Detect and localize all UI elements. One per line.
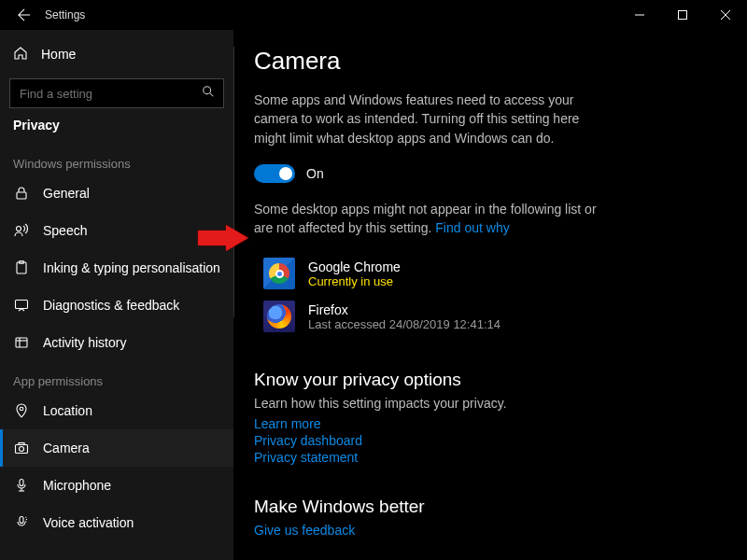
- location-icon: [13, 402, 30, 419]
- app-row-chrome: Google Chrome Currently in use: [263, 252, 719, 295]
- divider: [233, 47, 234, 317]
- microphone-icon: [13, 477, 30, 494]
- desktop-apps-note: Some desktop apps might not appear in th…: [254, 200, 609, 238]
- svg-rect-1: [679, 11, 687, 20]
- desktop-apps-list: Google Chrome Currently in use Firefox L…: [263, 252, 719, 338]
- nav-label: Inking & typing personalisation: [43, 260, 220, 275]
- app-name: Google Chrome: [308, 259, 401, 274]
- page-title: Camera: [254, 47, 719, 76]
- search-wrap: [9, 78, 224, 108]
- svg-rect-4: [17, 192, 26, 199]
- search-input[interactable]: [9, 78, 224, 108]
- learn-more-link[interactable]: Learn more: [254, 416, 719, 431]
- svg-point-5: [17, 227, 21, 231]
- voice-icon: [13, 514, 30, 531]
- section-app-permissions: App permissions: [0, 361, 233, 392]
- app-status: Currently in use: [308, 274, 401, 288]
- titlebar: Settings: [0, 0, 747, 30]
- nav-general[interactable]: General: [0, 175, 233, 212]
- close-button[interactable]: [704, 0, 747, 30]
- activity-icon: [13, 334, 30, 351]
- svg-rect-13: [16, 445, 28, 454]
- svg-line-3: [210, 93, 214, 97]
- feedback-links: Give us feedback: [254, 523, 719, 538]
- svg-point-2: [204, 87, 211, 94]
- nav-label: Speech: [43, 223, 87, 238]
- chrome-icon: [263, 258, 295, 289]
- svg-point-14: [20, 447, 24, 452]
- nav-label: Voice activation: [43, 515, 134, 530]
- svg-rect-15: [19, 443, 24, 445]
- app-name: Firefox: [308, 302, 500, 317]
- privacy-statement-link[interactable]: Privacy statement: [254, 450, 719, 465]
- privacy-dashboard-link[interactable]: Privacy dashboard: [254, 433, 719, 448]
- privacy-options-heading: Know your privacy options: [254, 370, 719, 390]
- camera-toggle[interactable]: [254, 164, 295, 183]
- maximize-button[interactable]: [661, 0, 704, 30]
- privacy-links: Learn more Privacy dashboard Privacy sta…: [254, 416, 719, 465]
- nav-microphone[interactable]: Microphone: [0, 467, 233, 504]
- nav-label: Diagnostics & feedback: [43, 298, 179, 313]
- minimize-button[interactable]: [618, 0, 661, 30]
- toggle-state-label: On: [306, 166, 324, 181]
- sidebar: Home Privacy Windows permissions General…: [0, 30, 233, 560]
- firefox-icon: [263, 301, 295, 332]
- svg-rect-8: [16, 301, 28, 309]
- nav-inking[interactable]: Inking & typing personalisation: [0, 249, 233, 287]
- svg-rect-6: [17, 262, 26, 273]
- window-controls: [618, 0, 747, 30]
- clipboard-icon: [13, 259, 30, 276]
- find-out-why-link[interactable]: Find out why: [435, 220, 509, 235]
- app-status: Last accessed 24/08/2019 12:41:14: [308, 317, 500, 331]
- section-windows-permissions: Windows permissions: [0, 144, 233, 175]
- back-button[interactable]: [11, 2, 37, 28]
- note-text: Some desktop apps might not appear in th…: [254, 202, 597, 235]
- svg-rect-9: [16, 338, 27, 347]
- svg-rect-16: [20, 480, 23, 486]
- app-row-firefox: Firefox Last accessed 24/08/2019 12:41:1…: [263, 295, 719, 338]
- feedback-icon: [13, 297, 30, 314]
- nav-diagnostics[interactable]: Diagnostics & feedback: [0, 287, 233, 324]
- svg-point-12: [20, 407, 23, 411]
- home-nav[interactable]: Home: [0, 35, 233, 73]
- app-title: Settings: [45, 8, 85, 21]
- category-label: Privacy: [0, 118, 233, 144]
- speech-icon: [13, 222, 30, 239]
- nav-label: Microphone: [43, 478, 111, 493]
- give-feedback-link[interactable]: Give us feedback: [254, 523, 719, 538]
- nav-voice-activation[interactable]: Voice activation: [0, 504, 233, 541]
- camera-toggle-row: On: [254, 164, 719, 183]
- nav-label: Location: [43, 403, 92, 418]
- nav-label: General: [43, 186, 90, 201]
- nav-camera[interactable]: Camera: [0, 429, 233, 467]
- nav-label: Activity history: [43, 335, 126, 350]
- nav-location[interactable]: Location: [0, 392, 233, 429]
- main-content: Camera Some apps and Windows features ne…: [233, 30, 747, 560]
- search-icon: [202, 85, 215, 102]
- home-label: Home: [41, 47, 76, 62]
- lock-icon: [13, 185, 30, 202]
- nav-label: Camera: [43, 441, 90, 455]
- nav-activity[interactable]: Activity history: [0, 324, 233, 361]
- nav-speech[interactable]: Speech: [0, 212, 233, 249]
- home-icon: [13, 46, 28, 63]
- svg-rect-19: [20, 517, 23, 524]
- make-better-heading: Make Windows better: [254, 497, 719, 517]
- page-description: Some apps and Windows features need to a…: [254, 91, 599, 147]
- privacy-options-sub: Learn how this setting impacts your priv…: [254, 396, 719, 411]
- camera-icon: [13, 440, 30, 456]
